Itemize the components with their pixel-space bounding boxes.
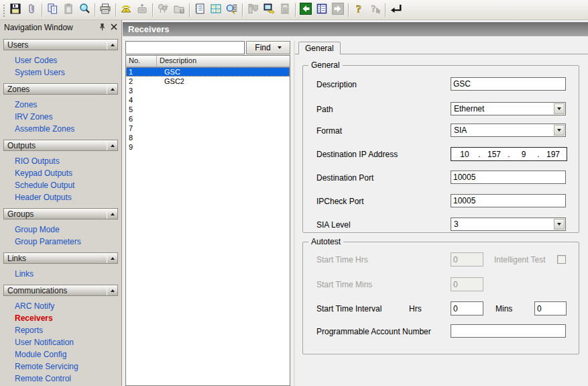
sidebar-item-schedule-output[interactable]: Schedule Output bbox=[0, 179, 121, 191]
intelligent-test-label: Intelligent Test bbox=[494, 255, 546, 264]
table-row[interactable]: 9 bbox=[126, 142, 290, 152]
table-row[interactable]: 5 bbox=[126, 105, 290, 114]
sidebar-item-system-users[interactable]: System Users bbox=[0, 66, 121, 79]
row-description bbox=[157, 105, 290, 114]
ipcheck-port-field[interactable] bbox=[451, 194, 566, 207]
nav-section-header-outputs[interactable]: Outputs bbox=[3, 140, 118, 151]
zoom-button[interactable] bbox=[76, 2, 93, 18]
autotest-groupbox: Autotest Start Time Hrs Intelligent Test… bbox=[302, 242, 579, 354]
collapse-button[interactable] bbox=[107, 140, 117, 150]
table-row[interactable]: 1GSC bbox=[126, 67, 290, 77]
sidebar-item-group-mode[interactable]: Group Mode bbox=[0, 224, 121, 236]
table-row[interactable]: 7 bbox=[126, 124, 290, 133]
find-records-button[interactable] bbox=[224, 2, 240, 18]
tab-general[interactable]: General bbox=[298, 42, 341, 54]
nav-section-header-communications[interactable]: Communications bbox=[3, 285, 118, 296]
sidebar-item-assemble-zones[interactable]: Assemble Zones bbox=[0, 123, 121, 135]
collapse-button[interactable] bbox=[107, 285, 117, 295]
dropdown-button[interactable] bbox=[554, 125, 565, 136]
computer-tower-icon bbox=[246, 2, 259, 18]
general-groupbox: General Description Path Ethernet bbox=[302, 65, 579, 233]
remote-connect-button[interactable] bbox=[261, 2, 277, 18]
sidebar-item-remote-servicing[interactable]: Remote Servicing bbox=[0, 360, 121, 373]
column-header-no[interactable]: No. bbox=[126, 56, 157, 66]
table-row[interactable]: 3 bbox=[126, 86, 290, 95]
chevron-up-icon bbox=[111, 144, 115, 147]
groupbox-title: Autotest bbox=[308, 237, 343, 246]
find-button[interactable]: Find bbox=[246, 41, 290, 54]
nav-section-header-groups[interactable]: Groups bbox=[3, 208, 118, 220]
collapse-button[interactable] bbox=[107, 40, 117, 50]
column-header-description[interactable]: Description bbox=[157, 56, 290, 66]
dropdown-button[interactable] bbox=[554, 219, 565, 230]
back-button[interactable] bbox=[298, 2, 314, 18]
ip-octet-1[interactable]: 10 bbox=[451, 150, 478, 159]
table-row[interactable]: 4 bbox=[126, 95, 290, 105]
sidebar-item-reports[interactable]: Reports bbox=[0, 324, 121, 336]
sidebar-item-rio-outputs[interactable]: RIO Outputs bbox=[0, 155, 121, 167]
ip-octet-2[interactable]: 157 bbox=[481, 150, 508, 159]
find-input[interactable] bbox=[125, 41, 245, 54]
help-button[interactable]: ? bbox=[351, 2, 367, 18]
nav-section-header-zones[interactable]: Zones bbox=[3, 83, 118, 95]
sidebar-item-user-codes[interactable]: User Codes bbox=[0, 54, 121, 66]
toolbar-grip[interactable] bbox=[2, 3, 5, 17]
ip-octet-3[interactable]: 9 bbox=[510, 150, 537, 159]
sidebar-item-keypad-outputs[interactable]: Keypad Outputs bbox=[0, 167, 121, 179]
sidebar-item-remote-control[interactable]: Remote Control bbox=[0, 373, 121, 385]
toolbar-separator bbox=[42, 3, 42, 17]
destination-ip-label: Destination IP Address bbox=[316, 150, 398, 159]
nav-section-header-users[interactable]: Users bbox=[3, 39, 118, 50]
copy-button[interactable] bbox=[44, 2, 60, 18]
sidebar-item-user-notification[interactable]: User Notification bbox=[0, 336, 121, 348]
pin-button[interactable] bbox=[97, 22, 108, 33]
form-view-button[interactable] bbox=[314, 2, 330, 18]
format-dropdown[interactable]: SIA bbox=[451, 124, 566, 137]
sidebar-item-module-config[interactable]: Module Config bbox=[0, 348, 121, 360]
row-no: 1 bbox=[126, 67, 157, 77]
toolbar-separator bbox=[295, 3, 296, 17]
panel-layout-button[interactable] bbox=[208, 2, 224, 18]
table-row[interactable]: 6 bbox=[126, 114, 290, 124]
device-add-icon bbox=[135, 2, 149, 18]
print-button[interactable] bbox=[97, 2, 113, 18]
close-button[interactable] bbox=[108, 22, 119, 33]
calculator-icon bbox=[278, 2, 292, 18]
sia-level-dropdown[interactable]: 3 bbox=[451, 218, 566, 231]
dropdown-button[interactable] bbox=[554, 103, 565, 114]
log-button[interactable] bbox=[192, 2, 208, 18]
nav-section-header-links[interactable]: Links bbox=[3, 252, 118, 264]
destination-ip-field[interactable]: 10 . 157 . 9 . 197 bbox=[451, 147, 567, 161]
row-no: 9 bbox=[126, 142, 157, 152]
return-button[interactable] bbox=[388, 2, 404, 18]
collapse-button[interactable] bbox=[107, 84, 117, 94]
collapse-button[interactable] bbox=[107, 253, 117, 263]
sidebar-item-header-outputs[interactable]: Header Outputs bbox=[0, 191, 121, 203]
sidebar-item-arc-notify[interactable]: ARC Notify bbox=[0, 300, 121, 312]
section-title: Groups bbox=[7, 209, 34, 219]
sidebar-item-group-parameters[interactable]: Group Parameters bbox=[0, 236, 121, 248]
table-row[interactable]: 8 bbox=[126, 133, 290, 142]
archive-button bbox=[171, 2, 187, 18]
format-label: Format bbox=[316, 126, 342, 136]
sidebar-item-links[interactable]: Links bbox=[0, 268, 121, 280]
programmable-account-field[interactable] bbox=[451, 324, 566, 338]
interval-mins-field[interactable] bbox=[534, 301, 567, 316]
table-row[interactable]: 2GSC2 bbox=[126, 77, 290, 86]
destination-port-field[interactable] bbox=[451, 171, 566, 184]
description-field[interactable] bbox=[451, 77, 566, 91]
interval-hrs-field[interactable] bbox=[451, 301, 483, 316]
sidebar-item-receivers[interactable]: Receivers bbox=[0, 312, 121, 324]
row-no: 6 bbox=[126, 114, 157, 124]
row-no: 2 bbox=[126, 77, 157, 86]
dial-button[interactable] bbox=[118, 2, 134, 18]
attach-button[interactable] bbox=[23, 2, 40, 18]
row-no: 8 bbox=[126, 133, 157, 142]
path-dropdown[interactable]: Ethernet bbox=[451, 102, 566, 115]
description-label: Description bbox=[316, 80, 357, 89]
collapse-button[interactable] bbox=[107, 209, 117, 219]
sidebar-item-irv-zones[interactable]: IRV Zones bbox=[0, 111, 121, 123]
ip-octet-4[interactable]: 197 bbox=[540, 150, 567, 159]
save-button[interactable] bbox=[7, 2, 23, 18]
sidebar-item-zones[interactable]: Zones bbox=[0, 99, 121, 111]
